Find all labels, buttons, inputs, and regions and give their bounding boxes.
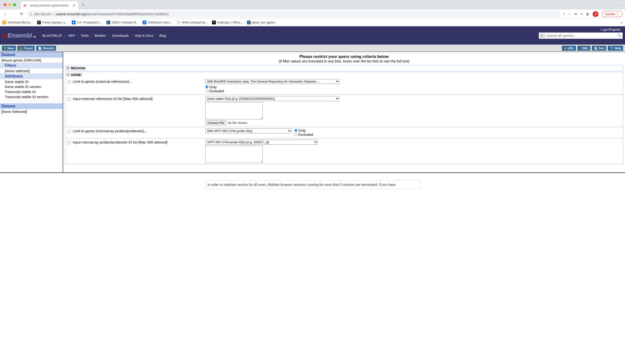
main-layout: Dataset Mouse genes (GRCm39) Filters [No… [0, 52, 625, 173]
input-microarray-checkbox[interactable] [68, 141, 71, 144]
filter-label: Input external references ID list [Max 5… [73, 97, 153, 101]
browser-chrome: e! uswest.ensembl.org/biomart/m ✕ + ⌄ ← … [0, 0, 625, 26]
tab-favicon: e! [24, 3, 28, 7]
choose-file-button[interactable]: Choose File [205, 120, 226, 125]
update-button[interactable]: Update ⋮ [602, 11, 623, 17]
section-gene-header[interactable]: − GENE: [65, 72, 623, 78]
bookmark-star-icon[interactable]: ☆ [568, 12, 571, 16]
filter-limit-external: Limit to genes (external references)... … [65, 78, 623, 95]
biomart-toolbar: ↻New 🧮Count 📄Results ★URL ▸XML 📜Perl ❔He… [0, 44, 625, 52]
filter-input-microarray: Input microarray probes/probesets ID lis… [65, 138, 623, 164]
limit-external-checkbox[interactable] [68, 80, 71, 84]
close-tab-icon[interactable]: ✕ [73, 4, 75, 7]
bookmark-item[interactable]: 🌐DMLE+ Disease M... [106, 21, 138, 24]
nav-help[interactable]: Help & Docs [132, 34, 156, 37]
browser-tab[interactable]: e! uswest.ensembl.org/biomart/m ✕ [21, 1, 78, 10]
only-radio-label[interactable]: Only [294, 128, 313, 132]
only-radio[interactable] [294, 129, 297, 132]
header-gap [0, 41, 625, 44]
nav-biomart[interactable]: BioMart [92, 34, 109, 37]
expand-icon: + [67, 67, 69, 69]
minimize-window-btn[interactable] [8, 3, 11, 6]
xml-icon: ▸ [579, 47, 581, 50]
excluded-radio[interactable] [205, 90, 208, 92]
reload-button[interactable]: ⟳ [19, 11, 24, 17]
nav-tools[interactable]: Tools [78, 34, 92, 37]
excluded-radio-label[interactable]: Excluded [205, 89, 224, 93]
tabs-menu-icon[interactable]: ⌄ [620, 3, 623, 7]
species-search: 🐭▾ 🔍 [539, 32, 623, 39]
input-microarray-select[interactable]: AFFY MG U74A probe ID(s) [e.g. 103517_at… [205, 140, 318, 145]
window-controls [3, 3, 16, 6]
forward-button[interactable]: → [10, 11, 16, 17]
bookmark-item[interactable]: ◆1.8 - R-squared C... [72, 21, 102, 24]
nav-downloads[interactable]: Downloads [109, 34, 132, 37]
limit-microarray-select[interactable]: With AFFY MG U74A probe ID(s) [205, 128, 291, 133]
only-radio[interactable] [205, 85, 208, 89]
filter-label: Limit to genes (microarray probes/probes… [73, 129, 147, 133]
profile-avatar[interactable]: J [593, 11, 598, 17]
perl-button[interactable]: 📜Perl [592, 46, 606, 51]
extension-m-icon[interactable]: m [574, 12, 577, 16]
new-tab-button[interactable]: + [82, 2, 85, 7]
url-button[interactable]: ★URL [562, 46, 576, 51]
star-icon: ★ [564, 47, 566, 50]
species-selector-icon[interactable]: 🐭▾ [540, 34, 545, 37]
results-button[interactable]: 📄Results [36, 46, 56, 51]
sidebar: Dataset Mouse genes (GRCm39) Filters [No… [0, 52, 63, 172]
bookmark-item[interactable]: Rheatmap.2 | RDoc... [212, 21, 243, 24]
bookmarks-overflow-icon[interactable]: » [621, 21, 623, 24]
sidebar-filters-header[interactable]: Filters [0, 63, 63, 68]
only-radio-label[interactable]: Only [205, 85, 224, 89]
nav-blast[interactable]: BLAST/BLAT [40, 34, 65, 37]
bookmark-item[interactable]: TFunny Sayings | s... [37, 21, 67, 24]
extensions-icon[interactable]: ✦ [581, 12, 583, 16]
sidebar-dataset2-value[interactable]: [None Selected] [0, 109, 63, 114]
limit-microarray-checkbox[interactable] [68, 130, 71, 133]
footer-note: In order to maintain service for all use… [205, 180, 420, 189]
nav-blog[interactable]: Blog [156, 34, 169, 37]
ensembl-logo[interactable]: e!Ensembl🇺🇸 [2, 32, 35, 39]
search-input[interactable] [547, 34, 616, 37]
sidebar-attr-item: Transcript stable ID [0, 89, 63, 94]
perl-icon: 📜 [594, 47, 597, 50]
url-field[interactable]: ⚠ Not Secure | uswest.ensembl.org/biomar… [27, 11, 560, 17]
bookmark-item[interactable]: BDownload BioCyc... [2, 21, 33, 24]
bookmark-item[interactable]: ◯When Unequal Sa... [177, 21, 207, 24]
sidebar-dataset2-header[interactable]: Dataset [0, 103, 63, 109]
content-subheading: (If filter values are truncated in any l… [65, 59, 623, 65]
sidebar-filters-value: [None selected] [0, 68, 63, 73]
bookmarks-bar: BDownload BioCyc... TFunny Sayings | s..… [0, 19, 625, 26]
input-external-select[interactable]: Gene stable ID(s) [e.g. ENSMUSG000000000… [205, 96, 339, 101]
security-indicator[interactable]: ⚠ Not Secure [30, 12, 51, 16]
bookmark-item[interactable]: 🌐geom_bar. ggplot... [247, 21, 277, 24]
login-link[interactable]: Login/Register [601, 28, 621, 31]
excluded-radio-label[interactable]: Excluded [294, 132, 313, 137]
xml-button[interactable]: ▸XML [577, 46, 590, 51]
close-window-btn[interactable] [3, 3, 6, 6]
nav-vep[interactable]: VEP [65, 34, 78, 37]
count-button[interactable]: 🧮Count [17, 46, 35, 51]
sidebar-attr-item: Gene stable ID version [0, 84, 63, 89]
search-icon[interactable]: 🔍 [617, 34, 621, 37]
share-icon[interactable]: ⇧ [562, 12, 565, 16]
url-separator: | [53, 12, 54, 16]
section-region: + REGION: [65, 65, 623, 71]
bookmark-item[interactable]: ⬇SoftSearch-sourc... [143, 21, 173, 24]
limit-external-select[interactable]: With BioGRID Interaction data, The Gener… [205, 79, 339, 84]
excluded-radio[interactable] [294, 133, 297, 136]
input-external-textarea[interactable] [205, 102, 263, 119]
sidebar-attributes-header[interactable]: Attributes [0, 73, 63, 79]
sidepanel-icon[interactable]: ◧ [587, 12, 589, 16]
kebab-icon: ⋮ [616, 12, 620, 16]
maximize-window-btn[interactable] [13, 3, 16, 6]
input-external-checkbox[interactable] [68, 98, 71, 101]
sidebar-dataset-header[interactable]: Dataset [0, 52, 63, 58]
back-button[interactable]: ← [2, 11, 8, 17]
new-button[interactable]: ↻New [2, 46, 16, 51]
section-region-header[interactable]: + REGION: [65, 65, 623, 71]
url-text: uswest.ensembl.org/biomart/martview/9746… [56, 12, 169, 16]
help-button[interactable]: ❔Help [608, 46, 623, 51]
sidebar-dataset-value[interactable]: Mouse genes (GRCm39) [0, 58, 63, 63]
input-microarray-textarea[interactable] [205, 146, 263, 163]
